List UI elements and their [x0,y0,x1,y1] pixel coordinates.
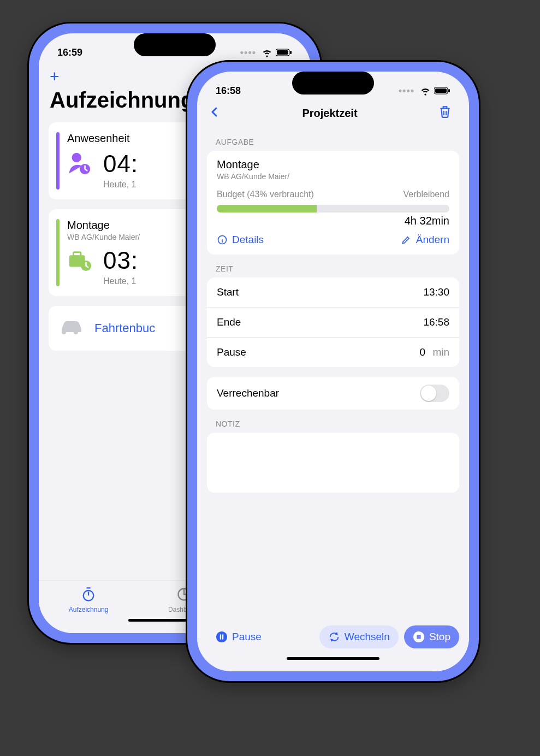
section-label-zeit: ZEIT [197,255,469,277]
time-start-label: Start [217,286,239,298]
pause-icon [216,631,228,643]
swap-icon [328,631,340,643]
wifi-icon [420,85,431,96]
note-field[interactable] [207,433,459,493]
svg-rect-15 [448,89,450,92]
status-time: 16:59 [57,47,82,58]
car-icon [58,319,85,338]
pause-button[interactable]: Pause [207,625,270,648]
remaining-label: Verbleibend [403,190,449,199]
time-row-start[interactable]: Start 13:30 [207,277,459,307]
svg-rect-19 [222,634,223,639]
tab-label: Aufzeichnung [69,606,109,613]
wifi-icon [262,47,272,58]
budget-label: Budget (43% verbraucht) [217,190,314,199]
back-button[interactable] [203,105,227,122]
svg-rect-2 [290,51,292,54]
task-name: Montage [217,158,449,171]
cellular-dots-icon: •••• [399,85,414,97]
time-row-pause[interactable]: Pause 0 min [207,337,459,367]
stop-button[interactable]: Stop [404,625,459,648]
briefcase-clock-icon [67,247,93,274]
task-path: WB AG/Kunde Maier/ [217,172,449,181]
switch-label: Wechseln [345,631,390,643]
switch-button[interactable]: Wechseln [319,625,399,648]
nav-title: Projektzeit [227,107,433,120]
time-end-label: Ende [217,316,241,328]
details-label: Details [232,234,264,246]
section-label-aufgabe: AUFGABE [197,128,469,151]
svg-rect-6 [74,252,81,257]
svg-rect-14 [435,88,447,93]
billable-toggle[interactable] [420,385,449,402]
change-button[interactable]: Ändern [401,234,449,246]
status-time: 16:58 [216,85,241,97]
stop-label: Stop [429,631,450,643]
battery-icon [434,87,450,94]
pause-label: Pause [232,631,262,643]
svg-point-17 [216,631,227,642]
change-label: Ändern [416,234,449,246]
stop-icon [413,631,425,643]
trash-icon [438,104,452,119]
pencil-icon [401,234,412,245]
time-pause-unit: min [432,346,449,358]
section-label-notiz: NOTIZ [197,410,469,433]
remaining-value: 4h 32min [207,212,459,227]
task-card: Montage WB AG/Kunde Maier/ Budget (43% v… [207,151,459,255]
billable-row: Verrechenbar [207,377,459,410]
device-frame-front: 16:58 •••• Projektzeit [186,60,480,683]
time-start-value: 13:30 [423,286,449,298]
bottom-actions: Pause Wechseln Stop [197,620,469,653]
delete-button[interactable] [433,104,457,122]
info-icon [217,234,228,245]
stopwatch-icon [81,587,96,604]
time-card: Start 13:30 Ende 16:58 Pause 0 min [207,277,459,367]
chevron-left-icon [208,105,221,119]
add-button[interactable]: + [50,67,60,85]
person-clock-icon [67,150,93,178]
svg-rect-1 [277,50,288,55]
recording-card-time: 04: [103,150,138,178]
svg-rect-18 [220,634,221,639]
cellular-dots-icon: •••• [240,47,256,58]
budget-progress [217,205,449,212]
svg-rect-21 [417,635,420,639]
time-row-end[interactable]: Ende 16:58 [207,307,459,337]
battery-icon [276,49,292,56]
recording-card-time: 03: [103,247,138,274]
details-button[interactable]: Details [217,234,264,246]
svg-point-3 [72,153,81,162]
time-end-value: 16:58 [423,316,449,328]
time-pause-value: 0 [420,346,426,358]
time-pause-label: Pause [217,346,246,358]
billable-label: Verrechenbar [217,387,279,399]
fahrtenbuch-label: Fahrtenbuc [94,321,155,335]
